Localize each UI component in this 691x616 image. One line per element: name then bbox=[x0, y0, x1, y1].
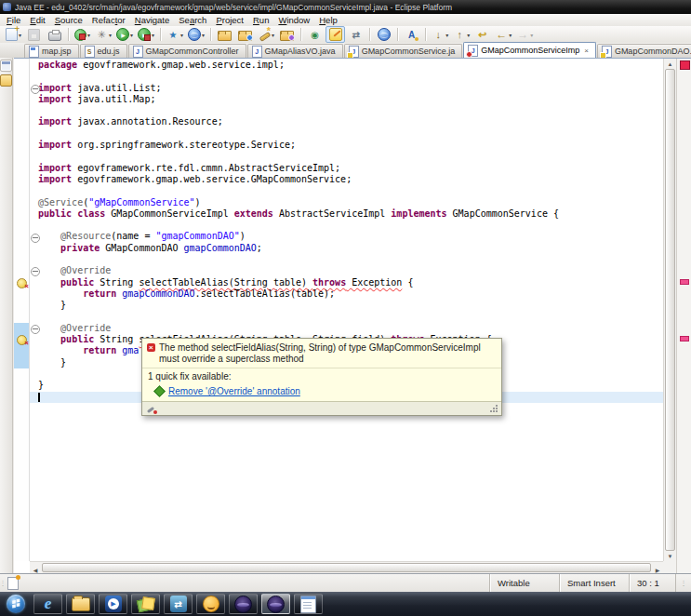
forward-button[interactable]: ▾ bbox=[514, 26, 535, 43]
overview-ruler[interactable] bbox=[676, 59, 691, 573]
code-line[interactable] bbox=[30, 128, 663, 140]
overview-error-marker[interactable] bbox=[680, 279, 689, 285]
eclipse-active-button[interactable] bbox=[261, 594, 290, 614]
code-line[interactable] bbox=[30, 151, 663, 162]
menu-refactor[interactable]: Refactor bbox=[87, 14, 130, 26]
restore-view-icon[interactable] bbox=[0, 60, 12, 72]
annotation-ruler[interactable] bbox=[14, 59, 30, 561]
link-with-editor-button[interactable] bbox=[346, 26, 365, 43]
menu-project[interactable]: Project bbox=[211, 14, 248, 26]
scroll-down-arrow-icon[interactable] bbox=[664, 551, 676, 561]
code-line[interactable]: @Service("gMapCommonService") bbox=[30, 197, 663, 208]
dropdown-arrow-icon[interactable]: ▾ bbox=[467, 32, 470, 38]
windows-explorer-button[interactable] bbox=[66, 594, 95, 614]
new-web-wizard-button[interactable]: ▾ bbox=[165, 26, 185, 43]
web-browser-button[interactable]: ▾ bbox=[186, 26, 206, 43]
menu-help[interactable]: Help bbox=[314, 14, 342, 26]
coverage-button[interactable]: ▾ bbox=[136, 26, 156, 43]
external-tools-button[interactable]: ▾ bbox=[93, 26, 113, 43]
palette-view-icon[interactable] bbox=[0, 74, 12, 87]
code-line[interactable]: public class GMapCommonServiceImpl exten… bbox=[30, 208, 663, 220]
notification-icon[interactable] bbox=[7, 577, 19, 590]
code-line[interactable] bbox=[30, 105, 663, 116]
mark-occurrences-button[interactable] bbox=[305, 26, 325, 43]
dropdown-arrow-icon[interactable]: ▾ bbox=[180, 32, 183, 38]
horizontal-scroll-thumb[interactable] bbox=[42, 563, 651, 572]
dev-tool-button[interactable] bbox=[164, 594, 193, 614]
debug-button[interactable]: ▾ bbox=[73, 26, 92, 43]
dropdown-arrow-icon[interactable]: ▾ bbox=[272, 32, 274, 38]
code-line[interactable]: @Resource(name = "gmapCommonDAO") bbox=[30, 231, 663, 242]
last-edit-location-button[interactable] bbox=[472, 26, 492, 43]
menu-file[interactable]: File bbox=[2, 14, 25, 26]
code-line[interactable] bbox=[30, 185, 663, 196]
error-quickfix-icon[interactable] bbox=[17, 278, 27, 288]
dropdown-arrow-icon[interactable]: ▾ bbox=[87, 32, 90, 38]
horizontal-scrollbar[interactable] bbox=[30, 561, 663, 573]
highlight-toggle-button[interactable] bbox=[326, 26, 345, 43]
media-player-button[interactable] bbox=[99, 594, 127, 614]
code-line[interactable] bbox=[30, 71, 663, 82]
menu-source[interactable]: Source bbox=[50, 14, 87, 26]
menu-edit[interactable]: Edit bbox=[25, 14, 49, 26]
menu-search[interactable]: Search bbox=[174, 14, 211, 26]
error-quickfix-icon[interactable] bbox=[17, 335, 27, 345]
menu-navigate[interactable]: Navigate bbox=[130, 14, 175, 26]
code-line[interactable] bbox=[30, 312, 663, 323]
code-line[interactable]: return gmapCommonDAO.selectTableAlias(ta… bbox=[30, 288, 663, 300]
code-line[interactable]: private GMapCommonDAO gmapCommonDAO; bbox=[30, 243, 663, 254]
dropdown-arrow-icon[interactable]: ▾ bbox=[445, 32, 448, 38]
eclipse-button[interactable] bbox=[229, 594, 258, 614]
tab-gmapcommondao-java[interactable]: JGMapCommonDAO.java bbox=[597, 44, 691, 58]
save-button[interactable] bbox=[24, 26, 44, 43]
code-line[interactable]: import java.util.List; bbox=[30, 83, 663, 94]
open-web-browser-button[interactable] bbox=[374, 26, 393, 43]
dropdown-arrow-icon[interactable]: ▾ bbox=[109, 32, 112, 38]
start-button[interactable] bbox=[2, 594, 30, 614]
scroll-up-arrow-icon[interactable] bbox=[664, 59, 676, 69]
tab-gmapaliasvo-java[interactable]: JGMapAliasVO.java bbox=[247, 44, 343, 58]
quickfix-link[interactable]: Remove '@Override' annotation bbox=[168, 386, 300, 396]
dropdown-arrow-icon[interactable]: ▾ bbox=[509, 32, 512, 38]
code-line[interactable]: package egovframework.gmap.web.service.i… bbox=[30, 60, 663, 71]
code-line[interactable]: import egovframework.rte.fdl.cmmn.Abstra… bbox=[30, 163, 663, 174]
internet-explorer-button[interactable] bbox=[33, 594, 62, 614]
code-line[interactable] bbox=[30, 220, 663, 231]
fold-minus-icon[interactable] bbox=[31, 234, 40, 243]
resize-grip-icon[interactable] bbox=[490, 405, 498, 412]
fold-minus-icon[interactable] bbox=[31, 85, 40, 94]
code-line[interactable]: @Override bbox=[30, 323, 663, 334]
menu-window[interactable]: Window bbox=[273, 14, 314, 26]
messenger-button[interactable] bbox=[196, 594, 225, 614]
back-button[interactable]: ▾ bbox=[493, 26, 513, 43]
tab-edu-js[interactable]: Sedu.js bbox=[80, 44, 127, 58]
print-button[interactable] bbox=[45, 26, 64, 43]
code-line[interactable]: import egovframework.gmap.web.service.GM… bbox=[30, 174, 663, 185]
open-task-button[interactable] bbox=[277, 26, 297, 43]
code-line[interactable]: import java.util.Map; bbox=[30, 94, 663, 105]
code-line[interactable]: import org.springframework.stereotype.Se… bbox=[30, 140, 663, 151]
fold-minus-icon[interactable] bbox=[31, 325, 40, 334]
next-annotation-button[interactable]: ▾ bbox=[430, 26, 450, 43]
wrench-icon[interactable] bbox=[146, 405, 156, 413]
error-summary-icon[interactable] bbox=[680, 60, 690, 70]
vertical-scroll-thumb[interactable] bbox=[665, 69, 675, 551]
code-line[interactable]: @Override bbox=[30, 265, 663, 276]
tab-map-jsp[interactable]: map.jsp bbox=[24, 44, 79, 58]
code-line[interactable]: public String selectTableAlias(String ta… bbox=[30, 277, 663, 288]
tab-gmapcommonserviceimp[interactable]: JGMapCommonServiceImp× bbox=[463, 42, 596, 58]
tab-gmapcommoncontroller[interactable]: JGMapCommonController bbox=[128, 44, 246, 58]
dropdown-arrow-icon[interactable]: ▾ bbox=[202, 32, 205, 38]
code-line[interactable]: } bbox=[30, 300, 663, 311]
close-icon[interactable]: × bbox=[584, 47, 589, 55]
tab-gmapcommonservice-ja[interactable]: JGMapCommonService.ja bbox=[344, 44, 463, 58]
notepad-button[interactable] bbox=[294, 594, 323, 614]
open-resource-button[interactable] bbox=[215, 26, 234, 43]
new-wizard-button[interactable]: ▾ bbox=[4, 26, 23, 43]
search-button[interactable]: ▾ bbox=[256, 26, 276, 43]
previous-annotation-button[interactable]: ▾ bbox=[451, 26, 472, 43]
java-annotations-button[interactable] bbox=[402, 26, 421, 43]
dropdown-arrow-icon[interactable]: ▾ bbox=[530, 32, 533, 38]
open-type-button[interactable] bbox=[235, 26, 255, 43]
code-line[interactable] bbox=[30, 254, 663, 265]
